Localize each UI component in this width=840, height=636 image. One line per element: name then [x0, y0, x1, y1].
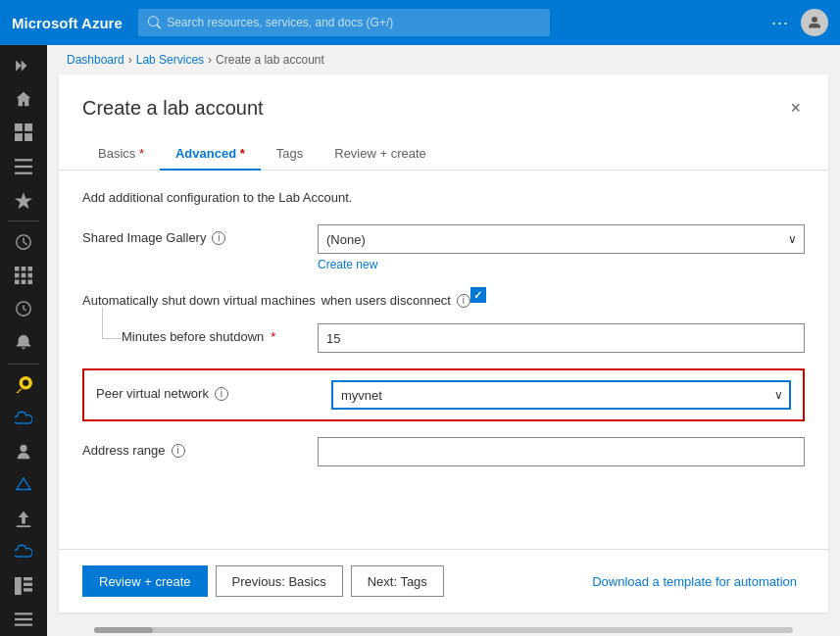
create-new-link[interactable]: Create new [318, 258, 805, 271]
indent-line-v [102, 308, 103, 338]
main-layout: Dashboard › Lab Services › Create a lab … [0, 45, 840, 636]
form-content: Add additional configuration to the Lab … [59, 171, 828, 549]
form-description: Add additional configuration to the Lab … [82, 190, 805, 205]
peer-virtual-network-highlighted: Peer virtual network i myvnet ∨ [82, 368, 805, 421]
shared-image-gallery-control: (None) ∨ Create new [318, 224, 805, 271]
tab-review-create[interactable]: Review + create [319, 138, 442, 171]
svg-rect-12 [22, 273, 26, 278]
download-template-link[interactable]: Download a template for automation [584, 568, 805, 595]
tabs: Basics * Advanced * Tags Review + create [59, 138, 828, 171]
peer-virtual-network-control: myvnet ∨ [331, 380, 791, 410]
sidebar-item-list2[interactable] [0, 603, 47, 636]
breadcrumb-sep-2: › [208, 53, 212, 67]
svg-rect-25 [15, 618, 32, 620]
sidebar-item-clock[interactable] [0, 292, 47, 325]
close-button[interactable]: × [786, 94, 805, 122]
svg-rect-8 [15, 267, 20, 271]
svg-rect-6 [15, 171, 32, 173]
peer-vnet-select[interactable]: myvnet [331, 380, 791, 410]
panel: Create a lab account × Basics * Advanced… [59, 74, 828, 612]
sidebar-item-list[interactable] [0, 150, 47, 183]
shared-image-gallery-row: Shared Image Gallery i (None) ∨ Create n… [82, 224, 805, 271]
sidebar-item-bell[interactable] [0, 325, 47, 359]
sidebar-expand[interactable] [0, 49, 47, 82]
sidebar-item-key[interactable] [0, 367, 47, 401]
svg-rect-13 [28, 273, 33, 278]
svg-rect-15 [22, 280, 26, 285]
address-range-input[interactable] [318, 437, 805, 466]
sidebar-divider [8, 220, 39, 221]
more-options-icon[interactable]: ··· [771, 13, 789, 33]
minutes-shutdown-input[interactable] [318, 323, 805, 353]
panel-header: Create a lab account × [59, 74, 828, 122]
minutes-shutdown-control [318, 323, 805, 353]
breadcrumb: Dashboard › Lab Services › Create a lab … [47, 45, 840, 74]
peer-vnet-info-icon[interactable]: i [215, 387, 228, 401]
sidebar-item-upload[interactable] [0, 502, 47, 535]
breadcrumb-sep-1: › [128, 53, 132, 67]
search-bar[interactable] [138, 9, 550, 36]
shared-image-gallery-select-wrapper: (None) ∨ [318, 224, 805, 254]
required-star: * [271, 329, 275, 344]
shared-image-gallery-info-icon[interactable]: i [212, 231, 225, 245]
peer-vnet-select-wrapper: myvnet ∨ [331, 380, 791, 410]
avatar[interactable] [801, 9, 828, 36]
breadcrumb-dashboard[interactable]: Dashboard [67, 53, 124, 67]
sidebar-item-cloud[interactable] [0, 402, 47, 435]
svg-rect-14 [15, 280, 20, 285]
tab-basics[interactable]: Basics * [82, 138, 160, 171]
sidebar-item-grid[interactable] [0, 569, 47, 603]
svg-rect-1 [25, 123, 32, 131]
svg-rect-20 [15, 577, 22, 595]
svg-rect-24 [15, 612, 32, 614]
auto-shutdown-checkbox[interactable] [470, 287, 486, 303]
shared-image-gallery-select[interactable]: (None) [318, 224, 805, 254]
sidebar-item-apps[interactable] [0, 259, 47, 292]
panel-title: Create a lab account [82, 97, 264, 120]
sidebar-item-person[interactable] [0, 435, 47, 468]
breadcrumb-lab-services[interactable]: Lab Services [136, 53, 204, 67]
azure-logo: Microsoft Azure [12, 15, 123, 31]
sidebar-item-favorites[interactable] [0, 183, 47, 217]
indent-line-h [102, 338, 122, 339]
shared-image-gallery-label: Shared Image Gallery i [82, 224, 318, 245]
sidebar-item-dashboard[interactable] [0, 116, 47, 149]
auto-shutdown-row: Automatically shut down virtual machines… [82, 287, 805, 308]
svg-rect-26 [15, 623, 32, 625]
top-bar: Microsoft Azure ··· [0, 0, 840, 45]
sidebar-item-azure[interactable] [0, 468, 47, 502]
svg-rect-10 [28, 267, 33, 271]
scroll-thumb[interactable] [94, 627, 153, 633]
review-create-button[interactable]: Review + create [82, 565, 208, 597]
auto-shutdown-control [470, 287, 805, 303]
sidebar-item-recent[interactable] [0, 225, 47, 259]
sidebar-item-home[interactable] [0, 82, 47, 116]
address-range-control [318, 437, 805, 466]
svg-rect-0 [15, 123, 23, 131]
peer-virtual-network-row: Peer virtual network i myvnet ∨ [96, 380, 791, 410]
svg-rect-22 [24, 582, 32, 585]
address-range-label: Address range i [82, 437, 318, 458]
sidebar-item-cloud2[interactable] [0, 535, 47, 568]
next-button[interactable]: Next: Tags [351, 565, 444, 597]
tab-tags[interactable]: Tags [261, 138, 319, 171]
auto-shutdown-info-icon[interactable]: i [457, 294, 470, 308]
minutes-shutdown-row: Minutes before shutdown * [82, 323, 805, 353]
svg-point-18 [20, 445, 26, 452]
previous-button[interactable]: Previous: Basics [216, 565, 343, 597]
auto-shutdown-checkbox-wrapper [470, 287, 805, 303]
scroll-track [94, 627, 793, 633]
address-range-row: Address range i [82, 437, 805, 466]
sidebar-divider-2 [8, 364, 39, 365]
svg-rect-4 [15, 159, 32, 161]
svg-rect-21 [24, 577, 32, 580]
content-area: Dashboard › Lab Services › Create a lab … [47, 45, 840, 636]
breadcrumb-current: Create a lab account [216, 53, 324, 67]
search-input[interactable] [167, 16, 540, 29]
svg-rect-23 [24, 588, 32, 591]
tab-advanced[interactable]: Advanced * [160, 138, 261, 171]
search-icon [148, 16, 161, 29]
svg-rect-5 [15, 166, 32, 168]
svg-rect-16 [28, 280, 33, 285]
address-range-info-icon[interactable]: i [172, 444, 185, 458]
